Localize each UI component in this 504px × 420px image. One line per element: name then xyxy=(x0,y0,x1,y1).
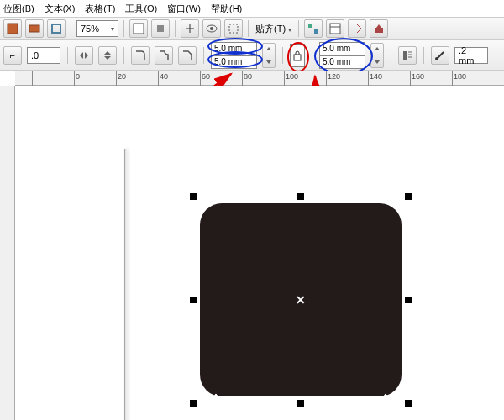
menu-bitmap[interactable]: 位图(B) xyxy=(3,3,34,15)
ruler-tick xyxy=(326,71,327,86)
tool-icon-3[interactable] xyxy=(47,19,66,38)
lock-icon xyxy=(292,50,302,61)
ruler-tick xyxy=(452,71,453,86)
svg-rect-9 xyxy=(229,24,238,33)
page-edge xyxy=(124,149,126,420)
separator xyxy=(71,20,71,37)
separator xyxy=(67,47,68,64)
separator xyxy=(175,20,176,37)
tool-snap-icon[interactable] xyxy=(224,19,243,38)
spinner-buttons-icon[interactable] xyxy=(262,43,276,68)
tool-export-icon[interactable] xyxy=(348,19,366,38)
ruler-label: 160 xyxy=(412,72,424,81)
canvas[interactable]: ✕ xyxy=(15,86,504,420)
separator xyxy=(312,47,312,64)
corner-round-icon[interactable] xyxy=(131,46,150,65)
ruler-label: 140 xyxy=(370,72,382,81)
tool-launch-icon[interactable] xyxy=(370,19,388,38)
ruler-tick xyxy=(200,71,201,86)
svg-point-24 xyxy=(435,57,438,60)
svg-rect-0 xyxy=(8,24,18,34)
tool-icon-1[interactable] xyxy=(3,19,22,38)
outline-width-input[interactable]: .2 mm xyxy=(454,47,488,64)
ruler-tick xyxy=(32,71,33,86)
selection-handle-w[interactable] xyxy=(190,297,197,303)
tool-preview-icon[interactable] xyxy=(129,19,148,38)
selected-shape[interactable]: ✕ xyxy=(192,195,410,405)
selection-handle-sw[interactable] xyxy=(190,400,197,407)
corner-radius-bottom-left-input[interactable]: 5.0 mm xyxy=(211,55,257,69)
separator xyxy=(298,20,299,37)
selection-handle-e[interactable] xyxy=(405,297,412,303)
center-marker-icon: ✕ xyxy=(296,293,306,307)
svg-rect-12 xyxy=(330,24,340,34)
menu-table[interactable]: 表格(T) xyxy=(85,3,115,15)
corner-radius-top-left-input[interactable]: 5.0 mm xyxy=(211,42,257,55)
chevron-down-icon: ▾ xyxy=(288,26,291,34)
zoom-level-input[interactable]: 75%▾ xyxy=(76,20,118,37)
svg-point-8 xyxy=(210,27,213,30)
selection-handle-s[interactable] xyxy=(297,400,304,407)
selection-handle-se[interactable] xyxy=(405,400,412,407)
svg-rect-4 xyxy=(157,25,164,32)
corner-radius-top-right-input[interactable]: 5.0 mm xyxy=(319,42,365,55)
ruler-tick xyxy=(74,71,75,86)
ruler-label: 180 xyxy=(454,72,466,81)
selection-handle-ne[interactable] xyxy=(405,193,412,200)
toolbar-properties: ⌐ .0 5.0 mm 5.0 mm 5.0 mm 5.0 mm .2 mm xyxy=(0,40,504,71)
tool-layout-icon[interactable] xyxy=(326,19,344,38)
corner-type-chamfer-icon[interactable]: ⌐ xyxy=(3,46,22,65)
corner-radius-left-group: 5.0 mm 5.0 mm xyxy=(211,42,257,69)
menu-window[interactable]: 窗口(W) xyxy=(167,3,201,15)
svg-rect-20 xyxy=(403,51,407,60)
ruler-label: 0 xyxy=(76,72,80,81)
rotation-input[interactable]: .0 xyxy=(27,47,60,64)
menu-help[interactable]: 帮助(H) xyxy=(211,3,242,15)
menu-bar: 位图(B) 文本(X) 表格(T) 工具(O) 窗口(W) 帮助(H) xyxy=(0,0,504,17)
separator xyxy=(423,47,424,64)
wrap-text-icon[interactable] xyxy=(398,46,417,65)
outline-pen-icon[interactable] xyxy=(431,46,449,65)
ruler-vertical xyxy=(0,86,15,420)
menu-tools[interactable]: 工具(O) xyxy=(125,3,157,15)
ruler-label: 120 xyxy=(328,72,340,81)
mirror-v-icon[interactable] xyxy=(98,46,117,65)
ruler-tick xyxy=(242,71,243,86)
tool-visibility-icon[interactable] xyxy=(202,19,221,38)
corner-scallop-icon[interactable] xyxy=(155,46,173,65)
tool-options-icon[interactable] xyxy=(304,19,323,38)
chevron-down-icon: ▾ xyxy=(111,25,114,33)
ruler-tick xyxy=(284,71,285,86)
ruler-label: 100 xyxy=(286,72,298,81)
selection-handle-nw[interactable] xyxy=(190,193,197,200)
lock-corners-button[interactable] xyxy=(290,44,305,67)
svg-rect-17 xyxy=(294,55,301,60)
ruler-label: 20 xyxy=(118,72,126,81)
ruler-tick xyxy=(410,71,411,86)
ruler-label: 80 xyxy=(244,72,252,81)
corner-radius-right-group: 5.0 mm 5.0 mm xyxy=(319,42,365,69)
tool-full-icon[interactable] xyxy=(151,19,170,38)
menu-text[interactable]: 文本(X) xyxy=(45,3,76,15)
corner-chamfer-icon[interactable] xyxy=(178,46,197,65)
snap-dropdown[interactable]: 贴齐(T) ▾ xyxy=(254,23,293,35)
tool-align-icon[interactable] xyxy=(181,19,199,38)
separator xyxy=(282,47,283,64)
ruler-tick xyxy=(368,71,369,86)
ruler-tick xyxy=(158,71,159,86)
tool-icon-2[interactable] xyxy=(25,19,44,38)
corner-radius-bottom-right-input[interactable]: 5.0 mm xyxy=(319,55,365,69)
ruler-label: 40 xyxy=(160,72,168,81)
svg-rect-14 xyxy=(375,28,383,33)
ruler-tick xyxy=(116,71,117,86)
ruler-horizontal: 020406080100120140160180 xyxy=(15,71,504,86)
corner-node-br[interactable] xyxy=(382,394,389,401)
svg-rect-1 xyxy=(29,25,39,32)
selection-handle-n[interactable] xyxy=(297,193,304,200)
separator xyxy=(391,47,391,64)
spinner-buttons-icon[interactable] xyxy=(370,43,384,68)
separator xyxy=(203,47,204,64)
svg-rect-10 xyxy=(308,24,312,28)
mirror-h-icon[interactable] xyxy=(75,46,93,65)
svg-rect-2 xyxy=(52,24,60,33)
